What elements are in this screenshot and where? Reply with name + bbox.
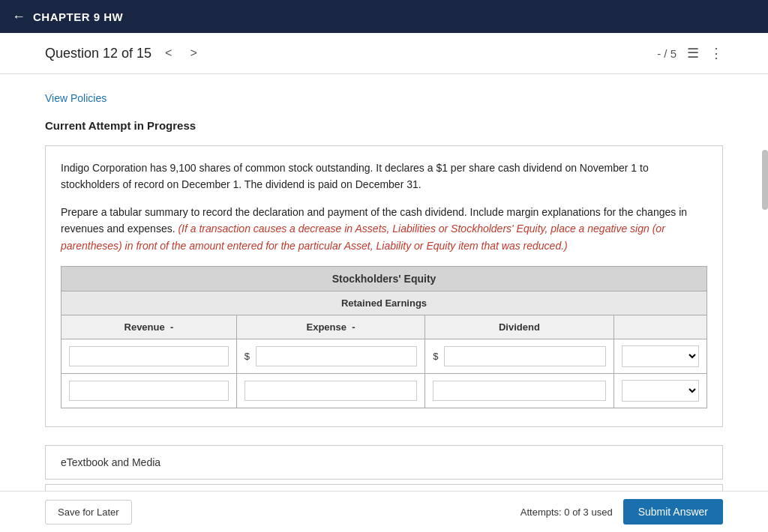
table-main-header-row: Stockholders' Equity <box>62 266 707 291</box>
question-instruction: Prepare a tabular summary to record the … <box>61 204 707 254</box>
table-sub-header-row: Retained Earnings <box>62 291 707 315</box>
row2-col2-input[interactable] <box>244 381 417 401</box>
scrollbar[interactable] <box>762 150 768 210</box>
row1-col3-input[interactable] <box>444 346 605 366</box>
back-icon[interactable]: ← <box>12 9 26 25</box>
chapter-title: CHAPTER 9 HW <box>33 10 123 23</box>
row1-col2-cell: $ <box>236 339 424 373</box>
table-row: Declared Paid <box>62 373 707 408</box>
row2-col1-input[interactable] <box>69 381 229 401</box>
bottom-bar: Save for Later Attempts: 0 of 3 used Sub… <box>0 491 768 532</box>
question-title: Question 12 of 15 <box>45 46 152 61</box>
col-header-empty <box>614 315 706 339</box>
accordion-etextbook[interactable]: eTextbook and Media <box>45 445 723 480</box>
row1-col1-input[interactable] <box>69 346 229 366</box>
view-policies-link[interactable]: View Policies <box>45 92 106 104</box>
question-text-1: Indigo Corporation has 9,100 shares of c… <box>61 160 707 193</box>
row2-col1-cell <box>62 373 237 408</box>
row1-col2-input[interactable] <box>256 346 417 366</box>
table-col-header-row: Revenue - Expense - Dividend <box>62 315 707 339</box>
more-icon[interactable]: ⋮ <box>710 45 723 61</box>
list-icon[interactable]: ☰ <box>687 45 699 61</box>
question-header-left: Question 12 of 15 < > <box>45 43 202 63</box>
bottom-right: Attempts: 0 of 3 used Submit Answer <box>520 499 723 525</box>
retained-earnings-header: Retained Earnings <box>62 291 707 315</box>
equity-table: Stockholders' Equity Retained Earnings R… <box>61 266 707 408</box>
content-area: View Policies Current Attempt in Progres… <box>0 74 768 532</box>
stockholders-equity-header: Stockholders' Equity <box>62 266 707 291</box>
table-row: $ $ Declared Paid <box>62 339 707 373</box>
row1-col4-cell: Declared Paid <box>614 339 706 373</box>
row1-col1-cell <box>62 339 237 373</box>
question-box: Indigo Corporation has 9,100 shares of c… <box>45 145 723 427</box>
row2-col3-input[interactable] <box>433 381 605 401</box>
next-question-button[interactable]: > <box>185 43 201 63</box>
score-display: - / 5 <box>657 47 676 60</box>
col-header-expense: Expense - <box>236 315 424 339</box>
row2-col3-cell <box>425 373 614 408</box>
prev-question-button[interactable]: < <box>160 43 176 63</box>
current-attempt-label: Current Attempt in Progress <box>45 119 723 132</box>
question-header-right: - / 5 ☰ ⋮ <box>657 45 723 61</box>
attempts-text: Attempts: 0 of 3 used <box>520 507 613 518</box>
row1-col4-select[interactable]: Declared Paid <box>622 345 699 367</box>
top-nav-bar: ← CHAPTER 9 HW <box>0 0 768 33</box>
row1-dollar1: $ <box>244 351 253 362</box>
row2-col4-select[interactable]: Declared Paid <box>622 380 699 402</box>
col-header-revenue: Revenue - <box>62 315 237 339</box>
row2-col4-cell: Declared Paid <box>614 373 706 408</box>
question-header: Question 12 of 15 < > - / 5 ☰ ⋮ <box>0 33 768 74</box>
submit-answer-button[interactable]: Submit Answer <box>623 499 723 525</box>
row1-col3-cell: $ <box>425 339 614 373</box>
col-header-dividend: Dividend <box>425 315 614 339</box>
accordion-etextbook-label: eTextbook and Media <box>61 456 160 468</box>
save-later-button[interactable]: Save for Later <box>45 500 132 525</box>
row1-dollar2: $ <box>433 351 441 362</box>
row2-col2-cell <box>236 373 424 408</box>
